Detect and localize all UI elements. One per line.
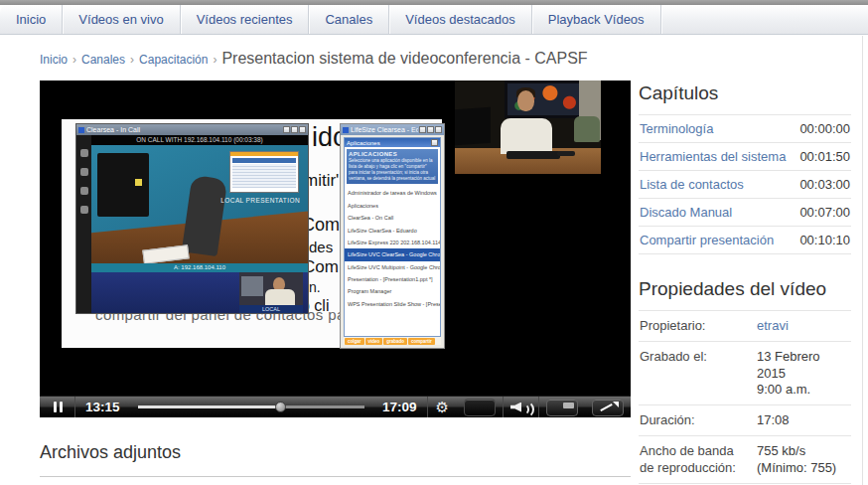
application-list-item: LifeSize ClearSea - Eduardo (345, 224, 440, 236)
properties-list: Propietario:etraviGrabado el:13 Febrero … (639, 310, 851, 485)
pause-button[interactable] (54, 402, 63, 412)
share-bar-button-compartir: compartir (408, 338, 435, 345)
progress-knob[interactable] (275, 402, 286, 412)
pip-layout-button[interactable] (546, 399, 578, 416)
property-value[interactable]: etravi (757, 318, 850, 334)
chapter-row: Herramientas del sistema00:01:50 (639, 143, 851, 171)
remote-camera-view: LOCAL PRESENTATION (91, 145, 308, 263)
close-icon (431, 139, 438, 146)
nav-item-canales[interactable]: Canales (309, 5, 389, 34)
presenter-webcam (455, 81, 601, 174)
dialog-title: Aplicaciones (347, 140, 430, 146)
breadcrumb-link-canales[interactable]: Canales (81, 53, 125, 67)
chapter-row: Compartir presentación00:10:10 (639, 227, 851, 254)
share-bar-button-colgar: colgar (345, 338, 364, 345)
property-row: Propietario:etravi (639, 311, 851, 342)
desk-object (557, 151, 575, 156)
divider (74, 397, 75, 417)
attachments-title: Archivos adjuntos (40, 442, 631, 463)
chapter-time: 00:01:50 (799, 149, 850, 164)
camera-icon (80, 187, 88, 195)
share-bar-button-video: video (365, 338, 383, 345)
dialog-titlebar: Aplicaciones (345, 138, 440, 147)
property-row: Ancho de banda de reproducción:755 kb/s … (639, 436, 851, 484)
application-list-item: LifeSize Express 220 202.168.104.114 - (345, 237, 440, 248)
property-row: Grabado el:13 Febrero 2015 9:00 a.m. (639, 342, 851, 405)
page-layout: Inicio›Canales›Capacitación›Presentacion… (0, 35, 868, 485)
divider (538, 397, 539, 417)
page-title: Presentacion sistema de videoconferencia… (221, 50, 587, 68)
local-label: LOCAL (239, 305, 303, 313)
chapter-link-lista-de-contactos[interactable]: Lista de contactos (640, 177, 744, 192)
player-controls: 13:15 17:09 ⚙ (40, 396, 631, 417)
current-time: 13:15 (85, 400, 120, 414)
local-presentation-inset (229, 151, 299, 193)
close-icon (435, 126, 442, 133)
lifesize-titlebar: LifeSize Clearsea - Eduardo (341, 124, 444, 135)
chapter-link-terminología[interactable]: Terminología (640, 121, 713, 136)
left-column: Inicio›Canales›Capacitación›Presentacion… (40, 35, 631, 485)
nav-item-inicio[interactable]: Inicio (0, 5, 63, 34)
property-row: Duración:17:08 (639, 405, 851, 436)
breadcrumb-link-inicio[interactable]: Inicio (40, 53, 68, 67)
application-list-item: LifeSize UVC ClearSea - Google Chrome (345, 248, 440, 260)
divider (427, 397, 428, 417)
main-nav: InicioVídeos en vivoVídeos recientesCana… (0, 5, 868, 35)
nav-item-playback-vídeos[interactable]: Playback Vídeos (532, 5, 661, 34)
minimize-icon (283, 126, 290, 133)
nav-item-vídeos-recientes[interactable]: Vídeos recientes (181, 5, 310, 34)
breadcrumb-link-capacitación[interactable]: Capacitación (139, 53, 208, 67)
local-webcam-thumb: LOCAL (239, 272, 303, 313)
keyboard (506, 151, 560, 159)
dialog-header-description: Seleccione una aplicación disponible en … (349, 158, 436, 182)
property-value: 13 Febrero 2015 9:00 a.m. (757, 349, 850, 398)
chapter-row: Terminología00:00:00 (639, 115, 851, 143)
maximize-icon (427, 126, 434, 133)
presentation-area: LOCAL (91, 272, 308, 313)
share-bar-button-grabado: grabado (383, 338, 407, 345)
slide-text-fragment: mitir' (304, 171, 339, 191)
lifesize-window: LifeSize Clearsea - Eduardo Aplicaciones… (340, 123, 445, 349)
chapter-link-compartir-presentación[interactable]: Compartir presentación (640, 233, 774, 247)
divider (503, 397, 504, 417)
fullscreen-button[interactable] (592, 399, 624, 416)
application-list-item: ClearSea - On Call (345, 212, 440, 224)
property-label: Ancho de banda de reproducción: (640, 443, 757, 476)
lifesize-title: LifeSize Clearsea - Eduardo (351, 126, 418, 133)
settings-gear-icon[interactable]: ⚙ (436, 398, 449, 417)
display-toggle-button[interactable] (464, 399, 496, 416)
chapters-title: Capítulos (639, 82, 851, 104)
presenter-shirt (501, 118, 552, 154)
mic-icon (80, 149, 88, 157)
volume-icon[interactable] (510, 401, 531, 414)
green-chair (574, 116, 600, 142)
application-list-item: Aplicaciones (345, 200, 440, 212)
breadcrumb-separator: › (213, 53, 217, 67)
nav-item-vídeos-destacados[interactable]: Vídeos destacados (389, 5, 532, 34)
application-list-item: WPS Presentation Slide Show - [Prese (345, 298, 440, 310)
minimize-icon (419, 126, 426, 133)
sidebar: Capítulos Terminología00:00:00Herramient… (639, 35, 851, 485)
progress-track[interactable] (138, 405, 364, 408)
local-presentation-label: LOCAL PRESENTATION (220, 197, 300, 204)
breadcrumb-separator: › (72, 53, 76, 67)
breadcrumb: Inicio›Canales›Capacitación›Presentacion… (40, 50, 631, 68)
chapter-time: 00:00:00 (799, 121, 850, 136)
nav-item-vídeos-en-vivo[interactable]: Vídeos en vivo (63, 5, 180, 34)
close-icon (299, 126, 306, 133)
chapter-time: 00:03:00 (799, 177, 850, 192)
chapter-link-herramientas-del-sistema[interactable]: Herramientas del sistema (640, 149, 786, 164)
progress-played (138, 405, 281, 408)
page-right-divider (862, 36, 863, 485)
chapter-time: 00:07:00 (799, 205, 850, 220)
dialog-header: APLICACIONES Seleccione una aplicación d… (347, 149, 438, 184)
dialog-header-title: APLICACIONES (349, 151, 436, 157)
attachments-divider (40, 476, 631, 477)
property-value: 17:08 (757, 412, 850, 428)
property-value: 755 kb/s (Mínimo: 755) (757, 443, 850, 476)
property-label: Propietario: (640, 318, 757, 334)
application-list-item: Program Manager (345, 285, 440, 297)
sticky-note (135, 179, 142, 186)
chapter-link-discado-manual[interactable]: Discado Manual (640, 205, 732, 220)
video-player[interactable]: idomitir'ComdesComn.o clicompartir del p… (40, 81, 631, 417)
